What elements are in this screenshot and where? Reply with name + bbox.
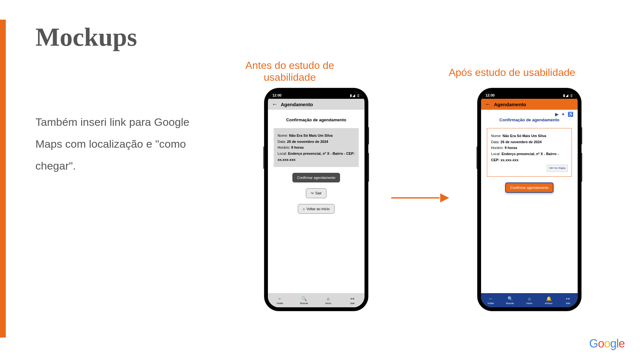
search-icon: 🔍 [507,296,513,301]
accessibility-icons[interactable]: ▶ ✦ ♿ [555,112,573,117]
status-time: 12:00 [272,93,281,97]
nav-voltar[interactable]: ←Voltar [268,293,292,307]
app-bar: ← Agendamento [481,99,578,110]
status-icons: ▮◢ ▯ [563,94,573,97]
exit-button[interactable]: ↪Sair [306,188,327,198]
nav-inicio[interactable]: ⌂Início [520,293,539,307]
nav-voltar[interactable]: ←Voltar [481,293,500,307]
back-icon[interactable]: ← [272,101,278,107]
phone-mockup-after: 12:00 ▮◢ ▯ ← Agendamento ▶ ✦ ♿ Confirmaç… [478,88,581,311]
home-button[interactable]: ⌂Voltar ao início [298,204,335,214]
google-logo: Google [589,337,625,350]
search-icon: 🔍 [301,296,307,301]
app-bar: ← Agendamento [268,99,365,110]
play-audio-icon[interactable]: ▶ [555,112,559,117]
appointment-card: Nome: Não Era Só Mais Um Silva Data: 26 … [274,128,359,167]
status-time: 12:00 [486,93,495,97]
nav-buscar[interactable]: 🔍Buscar [292,293,316,307]
screen-heading: Confirmação de agendamento [274,117,359,122]
appointment-card: Nome: Não Era Só Mais Um Silva Data: 26 … [487,128,572,177]
slide-title: Mockups [35,23,137,52]
back-icon[interactable]: ← [485,101,491,107]
nav-sair[interactable]: ↦Sair [558,293,578,307]
caption-before: Antes do estudo de usabilidade [225,60,354,83]
status-icons: ▮◢ ▯ [350,94,360,97]
confirm-button[interactable]: Confirmar agendamento [505,182,554,193]
slide-accent-bar [0,20,6,338]
view-on-map-link[interactable]: Ver no mapa [547,165,568,172]
nav-buscar[interactable]: 🔍Buscar [500,293,520,307]
text-to-speech-icon[interactable]: ✦ [561,112,565,117]
home-icon: ⌂ [528,296,531,301]
phone-mockup-before: 12:00 ▮◢ ▯ ← Agendamento Confirmação de … [265,88,368,311]
transition-arrow [391,191,449,204]
app-bar-title: Agendamento [281,102,313,107]
home-icon: ⌂ [327,296,329,301]
screen-heading: Confirmação de agendamento [487,117,572,122]
confirm-button[interactable]: Confirmar agendamento [292,173,340,182]
logout-icon: ↦ [351,296,355,301]
accessibility-icon[interactable]: ♿ [568,112,573,117]
home-icon: ⌂ [303,207,305,211]
bottom-nav: ←Voltar 🔍Buscar ⌂Início ↦Sair [268,293,365,307]
arrow-left-icon: ← [488,296,493,301]
slide-body-text: Também inseri link para Google Maps com … [35,111,203,177]
arrow-left-icon: ← [278,296,282,301]
nav-inicio[interactable]: ⌂Início [316,293,340,307]
exit-icon: ↪ [311,191,314,195]
bottom-nav: ←Voltar 🔍Buscar ⌂Início 🔔Avisos ↦Sair [481,293,578,307]
caption-after: Após estudo de usabilidade [448,67,576,79]
nav-sair[interactable]: ↦Sair [340,293,365,307]
bell-icon: 🔔 [546,296,552,301]
logout-icon: ↦ [566,296,570,301]
status-bar: 12:00 ▮◢ ▯ [481,92,578,99]
status-bar: 12:00 ▮◢ ▯ [268,92,365,99]
nav-avisos[interactable]: 🔔Avisos [539,293,558,307]
app-bar-title: Agendamento [494,102,526,107]
